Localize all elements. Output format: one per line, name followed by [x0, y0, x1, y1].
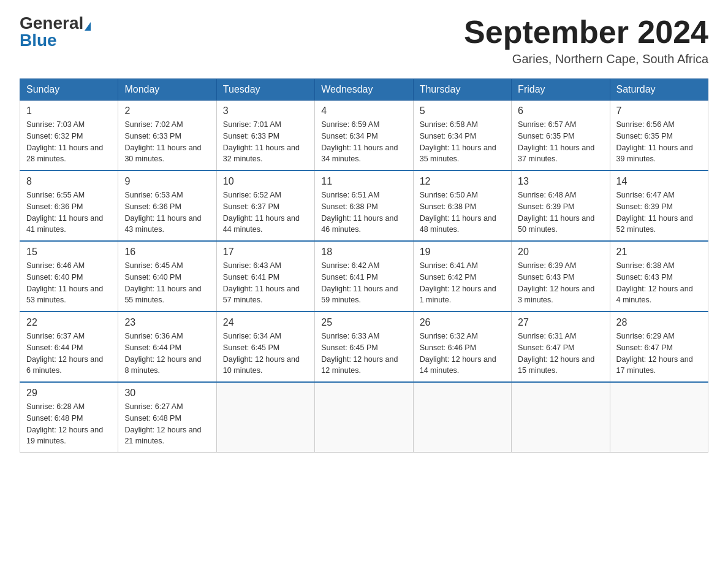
day-number: 19	[420, 247, 505, 258]
calendar-day-cell: 26 Sunrise: 6:32 AMSunset: 6:46 PMDaylig…	[413, 312, 511, 382]
calendar-day-cell: 13 Sunrise: 6:48 AMSunset: 6:39 PMDaylig…	[512, 170, 610, 241]
calendar-day-cell: 3 Sunrise: 7:01 AMSunset: 6:33 PMDayligh…	[216, 101, 314, 171]
weekday-header-saturday: Saturday	[610, 79, 708, 101]
calendar-day-cell: 21 Sunrise: 6:38 AMSunset: 6:43 PMDaylig…	[610, 241, 708, 312]
calendar-day-cell: 6 Sunrise: 6:57 AMSunset: 6:35 PMDayligh…	[512, 101, 610, 171]
day-info: Sunrise: 6:57 AMSunset: 6:35 PMDaylight:…	[518, 119, 603, 165]
logo-triangle-icon	[85, 22, 91, 31]
day-info: Sunrise: 6:33 AMSunset: 6:45 PMDaylight:…	[321, 331, 406, 377]
calendar-table: SundayMondayTuesdayWednesdayThursdayFrid…	[20, 79, 708, 453]
calendar-week-row: 15 Sunrise: 6:46 AMSunset: 6:40 PMDaylig…	[20, 241, 708, 312]
day-number: 24	[223, 317, 308, 328]
day-number: 11	[321, 176, 406, 187]
calendar-day-cell	[610, 382, 708, 453]
day-info: Sunrise: 6:39 AMSunset: 6:43 PMDaylight:…	[518, 260, 603, 306]
day-info: Sunrise: 6:43 AMSunset: 6:41 PMDaylight:…	[223, 260, 308, 306]
calendar-day-cell: 22 Sunrise: 6:37 AMSunset: 6:44 PMDaylig…	[20, 312, 118, 382]
calendar-day-cell	[315, 382, 413, 453]
calendar-day-cell	[413, 382, 511, 453]
day-info: Sunrise: 7:01 AMSunset: 6:33 PMDaylight:…	[223, 119, 308, 165]
day-number: 3	[223, 105, 308, 117]
calendar-day-cell: 2 Sunrise: 7:02 AMSunset: 6:33 PMDayligh…	[118, 101, 216, 171]
weekday-header-thursday: Thursday	[413, 79, 511, 101]
day-number: 1	[26, 105, 112, 117]
weekday-header-monday: Monday	[118, 79, 216, 101]
calendar-day-cell: 19 Sunrise: 6:41 AMSunset: 6:42 PMDaylig…	[413, 241, 511, 312]
day-number: 18	[321, 247, 406, 258]
calendar-day-cell: 28 Sunrise: 6:29 AMSunset: 6:47 PMDaylig…	[610, 312, 708, 382]
calendar-day-cell: 18 Sunrise: 6:42 AMSunset: 6:41 PMDaylig…	[315, 241, 413, 312]
day-number: 10	[223, 176, 308, 187]
day-info: Sunrise: 6:52 AMSunset: 6:37 PMDaylight:…	[223, 190, 308, 236]
calendar-day-cell	[512, 382, 610, 453]
weekday-header-tuesday: Tuesday	[216, 79, 314, 101]
day-number: 17	[223, 247, 308, 258]
day-number: 27	[518, 317, 603, 328]
calendar-day-cell: 20 Sunrise: 6:39 AMSunset: 6:43 PMDaylig…	[512, 241, 610, 312]
day-number: 5	[420, 105, 505, 117]
day-number: 25	[321, 317, 406, 328]
calendar-week-row: 29 Sunrise: 6:28 AMSunset: 6:48 PMDaylig…	[20, 382, 708, 453]
day-info: Sunrise: 6:53 AMSunset: 6:36 PMDaylight:…	[124, 190, 210, 236]
calendar-day-cell: 25 Sunrise: 6:33 AMSunset: 6:45 PMDaylig…	[315, 312, 413, 382]
day-info: Sunrise: 6:45 AMSunset: 6:40 PMDaylight:…	[124, 260, 210, 306]
day-info: Sunrise: 6:59 AMSunset: 6:34 PMDaylight:…	[321, 119, 406, 165]
day-number: 29	[26, 388, 112, 399]
day-info: Sunrise: 6:55 AMSunset: 6:36 PMDaylight:…	[26, 190, 112, 236]
logo: General Blue	[20, 15, 91, 49]
day-info: Sunrise: 6:51 AMSunset: 6:38 PMDaylight:…	[321, 190, 406, 236]
calendar-day-cell: 8 Sunrise: 6:55 AMSunset: 6:36 PMDayligh…	[20, 170, 118, 241]
logo-blue-text: Blue	[20, 31, 57, 50]
calendar-day-cell: 12 Sunrise: 6:50 AMSunset: 6:38 PMDaylig…	[413, 170, 511, 241]
day-info: Sunrise: 6:47 AMSunset: 6:39 PMDaylight:…	[616, 190, 702, 236]
day-info: Sunrise: 6:48 AMSunset: 6:39 PMDaylight:…	[518, 190, 603, 236]
day-info: Sunrise: 6:38 AMSunset: 6:43 PMDaylight:…	[616, 260, 702, 306]
day-info: Sunrise: 6:29 AMSunset: 6:47 PMDaylight:…	[616, 331, 702, 377]
calendar-day-cell: 5 Sunrise: 6:58 AMSunset: 6:34 PMDayligh…	[413, 101, 511, 171]
calendar-day-cell: 23 Sunrise: 6:36 AMSunset: 6:44 PMDaylig…	[118, 312, 216, 382]
calendar-day-cell: 16 Sunrise: 6:45 AMSunset: 6:40 PMDaylig…	[118, 241, 216, 312]
day-info: Sunrise: 6:58 AMSunset: 6:34 PMDaylight:…	[420, 119, 505, 165]
day-number: 30	[124, 388, 210, 399]
calendar-day-cell: 15 Sunrise: 6:46 AMSunset: 6:40 PMDaylig…	[20, 241, 118, 312]
weekday-header-sunday: Sunday	[20, 79, 118, 101]
day-info: Sunrise: 6:34 AMSunset: 6:45 PMDaylight:…	[223, 331, 308, 377]
calendar-day-cell: 30 Sunrise: 6:27 AMSunset: 6:48 PMDaylig…	[118, 382, 216, 453]
day-info: Sunrise: 6:56 AMSunset: 6:35 PMDaylight:…	[616, 119, 702, 165]
weekday-header-friday: Friday	[512, 79, 610, 101]
day-number: 15	[26, 247, 112, 258]
weekday-header-row: SundayMondayTuesdayWednesdayThursdayFrid…	[20, 79, 708, 101]
day-number: 28	[616, 317, 702, 328]
day-info: Sunrise: 6:46 AMSunset: 6:40 PMDaylight:…	[26, 260, 112, 306]
calendar-day-cell: 1 Sunrise: 7:03 AMSunset: 6:32 PMDayligh…	[20, 101, 118, 171]
calendar-day-cell: 7 Sunrise: 6:56 AMSunset: 6:35 PMDayligh…	[610, 101, 708, 171]
calendar-day-cell: 4 Sunrise: 6:59 AMSunset: 6:34 PMDayligh…	[315, 101, 413, 171]
day-info: Sunrise: 6:27 AMSunset: 6:48 PMDaylight:…	[124, 401, 210, 447]
calendar-day-cell: 17 Sunrise: 6:43 AMSunset: 6:41 PMDaylig…	[216, 241, 314, 312]
day-number: 20	[518, 247, 603, 258]
calendar-day-cell: 27 Sunrise: 6:31 AMSunset: 6:47 PMDaylig…	[512, 312, 610, 382]
day-info: Sunrise: 6:50 AMSunset: 6:38 PMDaylight:…	[420, 190, 505, 236]
calendar-week-row: 8 Sunrise: 6:55 AMSunset: 6:36 PMDayligh…	[20, 170, 708, 241]
day-number: 16	[124, 247, 210, 258]
day-number: 4	[321, 105, 406, 117]
day-number: 21	[616, 247, 702, 258]
day-number: 14	[616, 176, 702, 187]
day-info: Sunrise: 6:41 AMSunset: 6:42 PMDaylight:…	[420, 260, 505, 306]
day-number: 26	[420, 317, 505, 328]
day-number: 6	[518, 105, 603, 117]
location-subtitle: Garies, Northern Cape, South Africa	[464, 52, 708, 66]
weekday-header-wednesday: Wednesday	[315, 79, 413, 101]
day-number: 22	[26, 317, 112, 328]
calendar-day-cell: 9 Sunrise: 6:53 AMSunset: 6:36 PMDayligh…	[118, 170, 216, 241]
logo-general-text: General	[20, 13, 83, 33]
day-info: Sunrise: 6:32 AMSunset: 6:46 PMDaylight:…	[420, 331, 505, 377]
calendar-day-cell: 29 Sunrise: 6:28 AMSunset: 6:48 PMDaylig…	[20, 382, 118, 453]
calendar-week-row: 1 Sunrise: 7:03 AMSunset: 6:32 PMDayligh…	[20, 101, 708, 171]
day-info: Sunrise: 7:02 AMSunset: 6:33 PMDaylight:…	[124, 119, 210, 165]
calendar-day-cell: 24 Sunrise: 6:34 AMSunset: 6:45 PMDaylig…	[216, 312, 314, 382]
title-section: September 2024 Garies, Northern Cape, So…	[464, 15, 708, 66]
day-info: Sunrise: 6:36 AMSunset: 6:44 PMDaylight:…	[124, 331, 210, 377]
day-number: 12	[420, 176, 505, 187]
day-info: Sunrise: 7:03 AMSunset: 6:32 PMDaylight:…	[26, 119, 112, 165]
